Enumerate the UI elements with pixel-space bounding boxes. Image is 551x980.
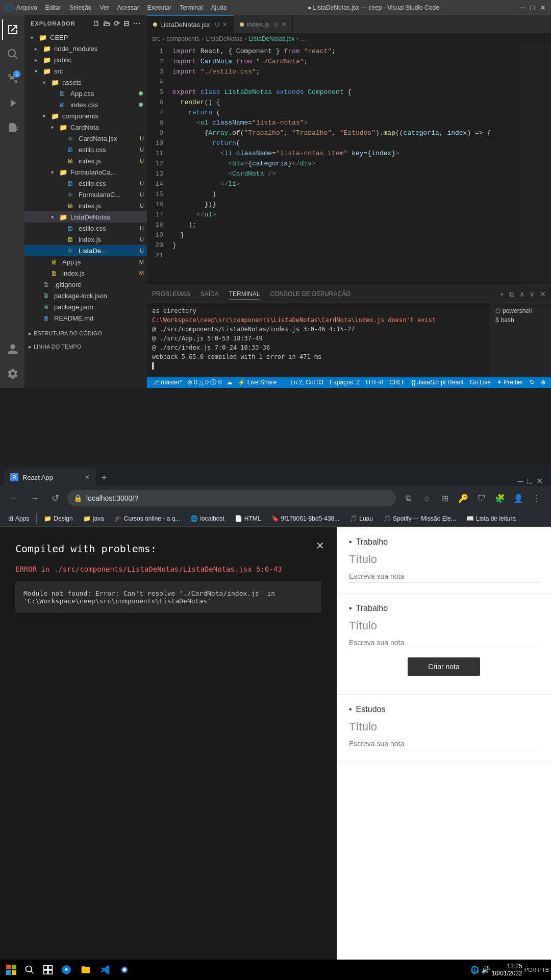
tree-root-index[interactable]: 🗎 index.js M: [24, 267, 147, 279]
back-button[interactable]: ←: [6, 490, 22, 506]
search-taskbar-btn[interactable]: [20, 960, 39, 980]
volume-icon[interactable]: 🔊: [481, 966, 490, 974]
tab-saida[interactable]: SAÍDA: [201, 288, 219, 300]
structure-header[interactable]: ▸ ESTRUTURA DO CÓDIGO: [24, 328, 147, 339]
add-icon[interactable]: ⊕: [541, 379, 546, 386]
tree-form-css[interactable]: 🗎 estilo.css U: [24, 178, 147, 189]
tree-assets[interactable]: ▾ 📁 assets: [24, 77, 147, 88]
tab-close[interactable]: ✕: [282, 21, 286, 28]
tab-listadenotas[interactable]: ListaDeNotas.jsx U ✕: [147, 15, 234, 33]
close-error-btn[interactable]: ✕: [316, 540, 324, 552]
tree-lista-css[interactable]: 🗎 estilo.css U: [24, 223, 147, 234]
prettier[interactable]: ✦ Prettier: [497, 379, 523, 386]
extensions-btn[interactable]: ⧉: [400, 490, 416, 506]
bookmark-design[interactable]: 📁 Design: [40, 512, 77, 525]
tree-lista-jsx[interactable]: ⚛ ListaDe... U: [24, 245, 147, 256]
live-share[interactable]: ⚡ Live Share: [238, 379, 277, 386]
new-file-icon[interactable]: 🗋: [92, 19, 100, 28]
menu-bar[interactable]: Arquivo Editar Seleção Ver Acessar Execu…: [16, 4, 227, 11]
add-terminal-icon[interactable]: +: [500, 290, 504, 299]
forward-button[interactable]: →: [27, 490, 43, 506]
account-icon[interactable]: [2, 339, 22, 359]
tree-formulario-jsx[interactable]: ⚛ FormularioC... U: [24, 189, 147, 200]
tree-formulario[interactable]: ▾ 📁 FormularioCa...: [24, 166, 147, 178]
tree-app-js[interactable]: 🗎 App.js M: [24, 256, 147, 267]
start-button[interactable]: [2, 960, 20, 980]
extensions-icon[interactable]: [2, 117, 22, 138]
bookmark-apps[interactable]: ⊞ Apps: [4, 512, 33, 525]
menu-terminal[interactable]: Terminal: [180, 4, 203, 11]
extensions2-btn[interactable]: 🧩: [492, 490, 508, 506]
note-input-2[interactable]: [349, 636, 539, 649]
bookmark-spotify[interactable]: 🎵 Spotify — Missão Ele...: [379, 512, 460, 525]
tab-console[interactable]: CONSOLE DE DEPURAÇÃO: [270, 288, 350, 300]
note-input-1[interactable]: [349, 570, 539, 583]
go-live[interactable]: Go Live: [470, 379, 491, 386]
tree-lista-index[interactable]: 🗎 index.js U: [24, 234, 147, 245]
close-button[interactable]: ✕: [540, 4, 546, 12]
explorer-taskbar-icon[interactable]: [77, 960, 95, 980]
new-tab-btn[interactable]: +: [96, 470, 112, 486]
sidebar-header-icons[interactable]: 🗋 🗁 ⟳ ⊟ ···: [92, 19, 141, 28]
encoding[interactable]: UTF-8: [366, 379, 383, 386]
spaces[interactable]: Espaços: 2: [330, 379, 360, 386]
split-terminal-icon[interactable]: ⧉: [509, 290, 514, 299]
sync[interactable]: ↻: [530, 379, 535, 386]
minimize-panel-icon[interactable]: ∨: [530, 290, 535, 299]
code-content[interactable]: import React, { Component } from "react"…: [167, 44, 520, 285]
errors-warnings[interactable]: ⊗ 0 △ 0 ⓘ 0: [187, 378, 222, 387]
tree-public[interactable]: ▸ 📁 public: [24, 54, 147, 65]
close-panel-icon[interactable]: ✕: [540, 290, 546, 299]
language-mode[interactable]: {} JavaScript React: [412, 379, 464, 386]
shell-bash[interactable]: $ bash: [493, 315, 548, 325]
menu-arquivo[interactable]: Arquivo: [16, 4, 37, 11]
new-folder-icon[interactable]: 🗁: [103, 19, 111, 28]
bookmark-luau[interactable]: 🎵 Luau: [345, 512, 377, 525]
menu-btn[interactable]: ⋮: [529, 490, 545, 506]
browser-close[interactable]: ✕: [536, 476, 543, 486]
profile-icon[interactable]: 👤: [510, 490, 527, 506]
tab-terminal[interactable]: TERMINAL: [229, 288, 260, 300]
menu-acessar[interactable]: Acessar: [117, 4, 139, 11]
menu-editar[interactable]: Editar: [45, 4, 61, 11]
tree-gitignore[interactable]: 🗎 .gitignore: [24, 279, 147, 290]
browser-window-controls[interactable]: ─ □ ✕: [517, 476, 547, 486]
tree-root[interactable]: ▾ 📁 CEEP: [24, 32, 147, 43]
menu-ajuda[interactable]: Ajuda: [211, 4, 227, 11]
line-endings[interactable]: CRLF: [389, 379, 405, 386]
task-view-btn[interactable]: [39, 960, 57, 980]
reload-button[interactable]: ↺: [47, 490, 63, 506]
menu-executar[interactable]: Executar: [147, 4, 171, 11]
more-actions-icon[interactable]: ···: [133, 19, 141, 28]
bookmark-btn[interactable]: ☆: [418, 490, 435, 506]
vscode-taskbar-icon[interactable]: [96, 960, 114, 980]
tree-package-lock[interactable]: 🗎 package-lock.json: [24, 290, 147, 301]
terminal-output[interactable]: as directory C:\Workspace\ceep\src\compo…: [147, 303, 490, 377]
bookmark-reading-list[interactable]: 📖 Lista de leitura: [462, 512, 520, 525]
bookmark-localhost[interactable]: 🌐 localhost: [186, 512, 228, 525]
menu-ver[interactable]: Ver: [99, 4, 109, 11]
password-btn[interactable]: 🔑: [455, 490, 471, 506]
tree-form-index[interactable]: 🗎 index.js U: [24, 200, 147, 211]
address-bar[interactable]: 🔒 localhost:3000/?: [67, 490, 396, 506]
network-icon[interactable]: 🌐: [470, 966, 479, 974]
timeline-header[interactable]: ▸ LINHA DO TEMPO: [24, 341, 147, 352]
criar-nota-button[interactable]: Criar nota: [408, 657, 480, 676]
minimize-button[interactable]: ─: [520, 4, 525, 12]
tree-readme[interactable]: 🗎 README.md: [24, 312, 147, 324]
cursor-position[interactable]: Ln 2, Col 33: [290, 379, 323, 386]
browser-minimize[interactable]: ─: [517, 477, 523, 486]
collapse-icon[interactable]: ⊟: [123, 19, 130, 28]
tab-indexjs[interactable]: index.js U ✕: [234, 15, 293, 33]
window-controls[interactable]: ─ □ ✕: [520, 4, 546, 12]
tree-listadenotas[interactable]: ▾ 📁 ListaDeNotas: [24, 211, 147, 223]
maximize-button[interactable]: □: [531, 4, 535, 12]
tree-components[interactable]: ▾ 📁 components: [24, 110, 147, 121]
language-indicator[interactable]: POR PTB: [524, 967, 549, 973]
search-icon[interactable]: [2, 44, 22, 64]
tree-index-css[interactable]: 🗎 index.css: [24, 99, 147, 110]
translate-btn[interactable]: ⊞: [437, 490, 453, 506]
refresh-icon[interactable]: ⟳: [114, 19, 120, 28]
tab-problemas[interactable]: PROBLEMAS: [152, 288, 190, 300]
tree-app-css[interactable]: 🗎 App.css: [24, 88, 147, 99]
